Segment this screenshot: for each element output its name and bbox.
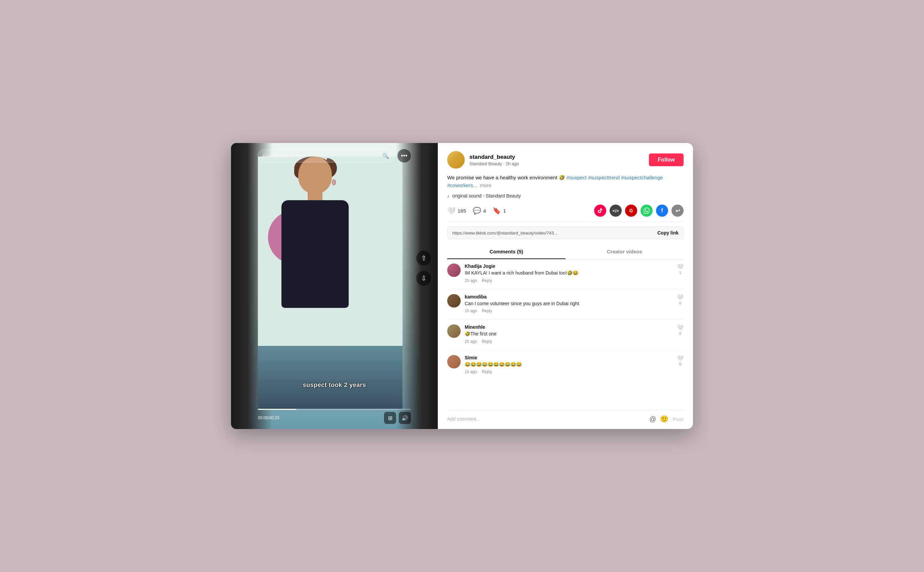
comment-meta-1: 2h ago Reply: [465, 278, 673, 283]
comment-text-4: 😂😂😂😂😂😂😂😂😂😂: [465, 361, 673, 368]
profile-header: standard_beauty Standard Beauty · 2h ago…: [447, 151, 684, 169]
add-comment-input[interactable]: [447, 416, 645, 421]
embed-share-icon[interactable]: </>: [609, 205, 622, 217]
comment-username-4[interactable]: Simie: [465, 355, 673, 361]
hashtag-2[interactable]: #suspecttrend: [588, 175, 620, 180]
comment-body-3: Minenhle 🤣The first one 2h ago Reply: [465, 324, 673, 344]
mention-button[interactable]: @: [649, 415, 656, 423]
post-button[interactable]: Post: [673, 416, 684, 422]
progress-fill: [258, 409, 296, 410]
right-panel: standard_beauty Standard Beauty · 2h ago…: [438, 143, 693, 429]
forward-share-icon[interactable]: ↩: [671, 205, 684, 217]
search-icon-button[interactable]: 🔍: [382, 153, 389, 159]
bookmarks-count: 1: [503, 208, 506, 214]
comment-heart-icon-3: 🤍: [677, 324, 684, 331]
comment-like-count-3: 0: [679, 331, 681, 336]
comment-item: kamodiba Can I come volunteer since you …: [447, 294, 684, 314]
sound-text[interactable]: original sound - Standard Beauty: [452, 193, 521, 199]
commenter-avatar-4: [447, 355, 460, 368]
comment-time-3: 2h ago: [465, 339, 477, 344]
progress-track[interactable]: [258, 409, 411, 410]
commenter-avatar-3: [447, 324, 460, 338]
comment-like-4[interactable]: 🤍 0: [677, 355, 684, 375]
comment-meta-4: 1h ago Reply: [465, 370, 673, 374]
profile-info: standard_beauty Standard Beauty · 2h ago: [470, 154, 649, 166]
comment-item: Minenhle 🤣The first one 2h ago Reply 🤍 0: [447, 324, 684, 344]
bookmark-icon: 🔖: [493, 207, 501, 214]
comment-username-3[interactable]: Minenhle: [465, 324, 673, 330]
comment-reply-1[interactable]: Reply: [482, 278, 492, 283]
comment-reply-4[interactable]: Reply: [482, 370, 492, 374]
profile-username[interactable]: standard_beauty: [470, 154, 649, 160]
comment-reply-2[interactable]: Reply: [482, 309, 492, 313]
more-options-button[interactable]: •••: [397, 149, 411, 163]
comment-like-2[interactable]: 🤍 0: [677, 294, 684, 314]
sound-line: ♪ original sound - Standard Beauty: [447, 193, 684, 199]
comment-like-3[interactable]: 🤍 0: [677, 324, 684, 344]
comment-username-1[interactable]: Khadija Jogie: [465, 263, 673, 269]
nav-down-button[interactable]: ⇩: [416, 271, 431, 286]
search-bar: 🔍: [258, 149, 394, 163]
grid-view-button[interactable]: ⊞: [384, 412, 396, 424]
comment-username-2[interactable]: kamodiba: [465, 294, 673, 300]
hashtag-4[interactable]: #coworkers...: [447, 182, 477, 188]
hashtag-1[interactable]: #suspect: [567, 175, 587, 180]
app-container: 🔍 ••• suspect took 2 years ⇧ ⇩ 00:05/00:…: [231, 143, 693, 429]
profile-meta: Standard Beauty · 2h ago: [470, 161, 649, 166]
comment-like-count-2: 0: [679, 301, 681, 305]
tab-comments[interactable]: Comments (5): [447, 245, 566, 259]
follow-button[interactable]: Follow: [649, 154, 684, 166]
bookmarks-stat[interactable]: 🔖 1: [493, 207, 506, 214]
music-icon: ♪: [447, 193, 450, 199]
avatar-inner: [447, 151, 465, 169]
copy-link-button[interactable]: Copy link: [657, 230, 679, 236]
comment-text-3: 🤣The first one: [465, 331, 673, 337]
likes-count: 165: [457, 208, 466, 214]
share-icons-group: </> G f ↩: [594, 205, 684, 217]
whatsapp-share-icon[interactable]: [640, 205, 653, 217]
volume-button[interactable]: 🔊: [399, 412, 411, 424]
comments-list: Khadija Jogie IM KAYLA! I want a rich hu…: [447, 260, 684, 410]
heart-icon: 🤍: [447, 207, 456, 214]
hashtag-3[interactable]: #suspectchallenge: [621, 175, 663, 180]
nav-up-button[interactable]: ⇧: [416, 251, 431, 266]
video-time: 00:05/00:20: [258, 415, 279, 420]
comment-like-count-1: 1: [679, 270, 681, 275]
grab-share-icon[interactable]: G: [625, 205, 637, 217]
comments-count: 4: [483, 208, 486, 214]
caption: We promise we have a healthy work enviro…: [447, 174, 684, 189]
comments-stat[interactable]: 💬 4: [473, 207, 486, 214]
search-input[interactable]: [263, 153, 379, 159]
caption-more[interactable]: more: [480, 182, 491, 188]
tabs-row: Comments (5) Creator videos: [447, 245, 684, 260]
comment-like-1[interactable]: 🤍 1: [677, 263, 684, 283]
comment-item: Simie 😂😂😂😂😂😂😂😂😂😂 1h ago Reply 🤍 0: [447, 355, 684, 375]
link-url: https://www.tiktok.com/@standard_beauty/…: [452, 230, 653, 236]
comment-heart-icon-2: 🤍: [677, 294, 684, 300]
likes-stat[interactable]: 🤍 165: [447, 207, 466, 214]
tab-creator-videos[interactable]: Creator videos: [566, 245, 684, 259]
comment-heart-icon-1: 🤍: [677, 263, 684, 270]
comment-like-count-4: 0: [679, 362, 681, 366]
comment-reply-3[interactable]: Reply: [482, 339, 492, 344]
avatar: [447, 151, 465, 169]
tiktok-share-icon[interactable]: [594, 205, 606, 217]
comment-heart-icon-4: 🤍: [677, 355, 684, 361]
video-person-bg: [258, 157, 403, 409]
video-subtitle: suspect took 2 years: [231, 382, 438, 389]
emoji-button[interactable]: 🙂: [660, 415, 668, 423]
comment-time-4: 1h ago: [465, 370, 477, 374]
video-panel: 🔍 ••• suspect took 2 years ⇧ ⇩ 00:05/00:…: [231, 143, 438, 429]
comment-text-2: Can I come volunteer since you guys are …: [465, 300, 673, 307]
person-body: [281, 200, 349, 308]
add-comment-row: @ 🙂 Post: [447, 410, 684, 429]
progress-info: 00:05/00:20 ⊞ 🔊: [258, 412, 411, 424]
video-progress-area: 00:05/00:20 ⊞ 🔊: [258, 409, 411, 424]
comment-body-2: kamodiba Can I come volunteer since you …: [465, 294, 673, 314]
comment-meta-3: 2h ago Reply: [465, 339, 673, 344]
comment-body-1: Khadija Jogie IM KAYLA! I want a rich hu…: [465, 263, 673, 283]
facebook-share-icon[interactable]: f: [656, 205, 668, 217]
comment-item: Khadija Jogie IM KAYLA! I want a rich hu…: [447, 263, 684, 283]
commenter-avatar-1: [447, 263, 460, 277]
comment-meta-2: 1h ago Reply: [465, 309, 673, 313]
